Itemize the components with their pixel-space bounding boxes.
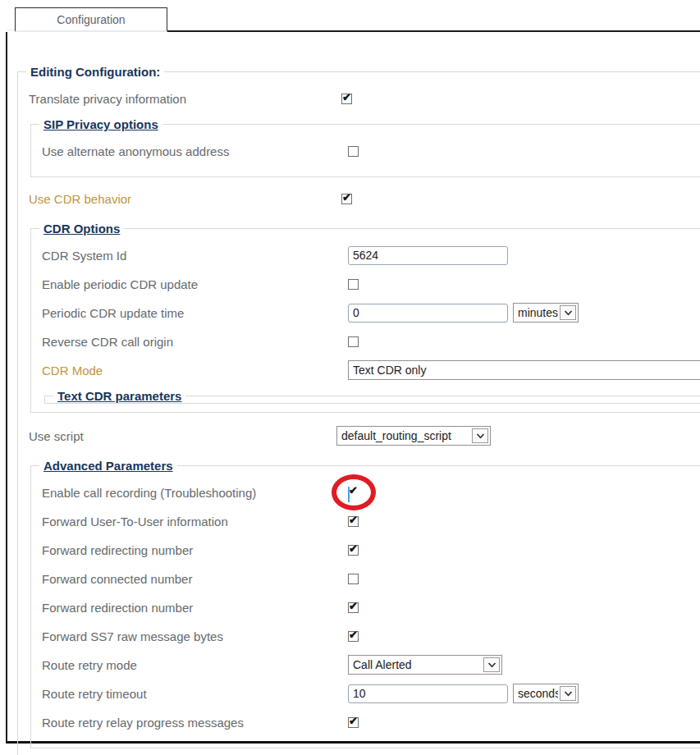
cdr-options-legend: CDR Options bbox=[39, 222, 124, 236]
row-translate-privacy: Translate privacy information bbox=[29, 89, 700, 108]
row-reverse-call-origin: Reverse CDR call origin bbox=[42, 332, 700, 351]
route-retry-timeout-unit-select[interactable]: seconds bbox=[513, 684, 579, 703]
use-script-select[interactable]: default_routing_script bbox=[336, 426, 491, 446]
row-forward-connected: Forward connected number bbox=[42, 569, 700, 588]
periodic-update-time-input[interactable] bbox=[348, 304, 508, 323]
route-retry-relay-label: Route retry relay progress messages bbox=[42, 716, 348, 730]
cdr-options-fieldset: CDR Options CDR System Id Enable periodi… bbox=[30, 222, 700, 413]
reverse-call-origin-checkbox[interactable] bbox=[348, 336, 359, 347]
route-retry-timeout-input[interactable] bbox=[348, 684, 508, 703]
row-cdr-system-id: CDR System Id bbox=[42, 245, 700, 265]
dropdown-arrow-icon[interactable] bbox=[560, 305, 576, 320]
row-use-script: Use script default_routing_script bbox=[29, 426, 700, 446]
use-script-label: Use script bbox=[29, 429, 336, 443]
dropdown-arrow-icon[interactable] bbox=[472, 428, 488, 443]
tab-configuration[interactable]: Configuration bbox=[15, 7, 167, 32]
editing-configuration-legend: Editing Configuration: bbox=[26, 65, 164, 79]
tab-label: Configuration bbox=[57, 13, 125, 26]
row-enable-periodic-update: Enable periodic CDR update bbox=[42, 274, 700, 294]
forward-ss7-checkbox[interactable] bbox=[348, 631, 359, 642]
forward-redirection-label: Forward redirection number bbox=[42, 601, 348, 615]
sip-privacy-fieldset: SIP Privacy options Use alternate anonym… bbox=[30, 117, 700, 177]
advanced-parameters-legend: Advanced Parameters bbox=[39, 459, 177, 473]
forward-redirecting-checkbox[interactable] bbox=[348, 545, 359, 556]
row-forward-redirection: Forward redirection number bbox=[42, 597, 700, 617]
periodic-update-time-label: Periodic CDR update time bbox=[42, 306, 348, 320]
route-retry-mode-value: Call Alerted bbox=[353, 658, 482, 671]
row-use-alternate-anonymous: Use alternate anonymous address bbox=[42, 141, 700, 161]
reverse-call-origin-label: Reverse CDR call origin bbox=[42, 335, 348, 349]
translate-privacy-label: Translate privacy information bbox=[29, 92, 341, 106]
row-forward-uui: Forward User-To-User information bbox=[42, 511, 700, 531]
cdr-system-id-input[interactable] bbox=[348, 246, 508, 265]
enable-periodic-update-checkbox[interactable] bbox=[348, 279, 359, 290]
route-retry-relay-checkbox[interactable] bbox=[348, 717, 359, 728]
enable-call-recording-label: Enable call recording (Troubleshooting) bbox=[42, 486, 348, 500]
use-cdr-behavior-label: Use CDR behavior bbox=[29, 192, 341, 206]
route-retry-timeout-unit-value: seconds bbox=[518, 687, 558, 700]
row-route-retry-relay: Route retry relay progress messages bbox=[42, 712, 700, 732]
cdr-mode-label: CDR Mode bbox=[42, 364, 348, 378]
forward-connected-checkbox[interactable] bbox=[348, 574, 359, 584]
use-alternate-anonymous-checkbox[interactable] bbox=[348, 146, 359, 157]
cdr-mode-value: Text CDR only bbox=[353, 364, 700, 377]
route-retry-mode-label: Route retry mode bbox=[42, 658, 348, 672]
row-use-cdr-behavior: Use CDR behavior bbox=[29, 189, 700, 208]
cdr-mode-select[interactable]: Text CDR only bbox=[348, 360, 700, 380]
row-route-retry-mode: Route retry mode Call Alerted bbox=[42, 655, 700, 675]
use-cdr-behavior-checkbox[interactable] bbox=[341, 194, 352, 204]
row-cdr-mode: CDR Mode Text CDR only bbox=[42, 360, 700, 380]
row-periodic-update-time: Periodic CDR update time minutes bbox=[42, 303, 700, 323]
forward-uui-label: Forward User-To-User information bbox=[42, 515, 348, 528]
forward-redirecting-label: Forward redirecting number bbox=[42, 543, 348, 557]
advanced-parameters-fieldset: Advanced Parameters Enable call recordin… bbox=[30, 459, 700, 748]
forward-ss7-label: Forward SS7 raw message bytes bbox=[42, 629, 348, 643]
sip-privacy-legend: SIP Privacy options bbox=[39, 117, 162, 131]
configuration-panel: Editing Configuration: Translate privacy… bbox=[6, 30, 700, 744]
row-forward-ss7: Forward SS7 raw message bytes bbox=[42, 626, 700, 646]
text-cdr-parameters-legend: Text CDR parameters bbox=[53, 389, 185, 403]
route-retry-mode-select[interactable]: Call Alerted bbox=[348, 655, 502, 675]
dropdown-arrow-icon[interactable] bbox=[560, 686, 576, 701]
editing-configuration-fieldset: Editing Configuration: Translate privacy… bbox=[17, 65, 700, 755]
forward-uui-checkbox[interactable] bbox=[348, 516, 359, 527]
forward-redirection-checkbox[interactable] bbox=[348, 602, 359, 613]
dropdown-arrow-icon[interactable] bbox=[483, 657, 500, 672]
use-alternate-anonymous-label: Use alternate anonymous address bbox=[42, 144, 348, 158]
forward-connected-label: Forward connected number bbox=[42, 572, 348, 586]
use-script-value: default_routing_script bbox=[341, 429, 470, 442]
route-retry-timeout-label: Route retry timeout bbox=[42, 687, 348, 701]
cdr-system-id-label: CDR System Id bbox=[42, 249, 348, 263]
row-route-retry-timeout: Route retry timeout seconds bbox=[42, 684, 700, 703]
enable-periodic-update-label: Enable periodic CDR update bbox=[42, 277, 348, 291]
row-enable-call-recording: Enable call recording (Troubleshooting) bbox=[42, 483, 700, 502]
text-cdr-parameters-fieldset: Text CDR parameters bbox=[44, 389, 700, 404]
translate-privacy-checkbox[interactable] bbox=[341, 94, 352, 104]
periodic-update-time-unit-value: minutes bbox=[518, 306, 558, 319]
periodic-update-time-unit-select[interactable]: minutes bbox=[513, 303, 579, 323]
enable-call-recording-checkbox[interactable] bbox=[348, 487, 350, 502]
row-forward-redirecting: Forward redirecting number bbox=[42, 540, 700, 560]
